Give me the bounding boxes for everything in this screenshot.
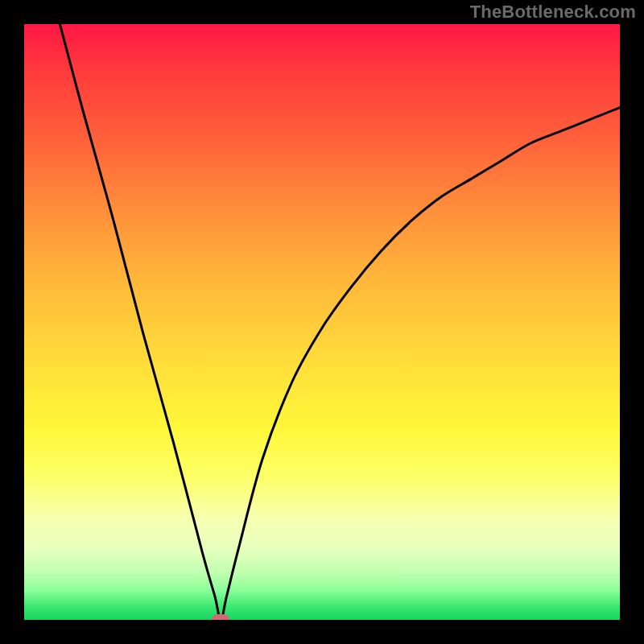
- watermark-text: TheBottleneck.com: [470, 2, 636, 23]
- chart-frame: TheBottleneck.com: [0, 0, 644, 644]
- curve-path: [60, 24, 620, 620]
- minimum-marker: [212, 614, 229, 620]
- plot-area: [24, 24, 620, 620]
- curve-svg: [24, 24, 620, 620]
